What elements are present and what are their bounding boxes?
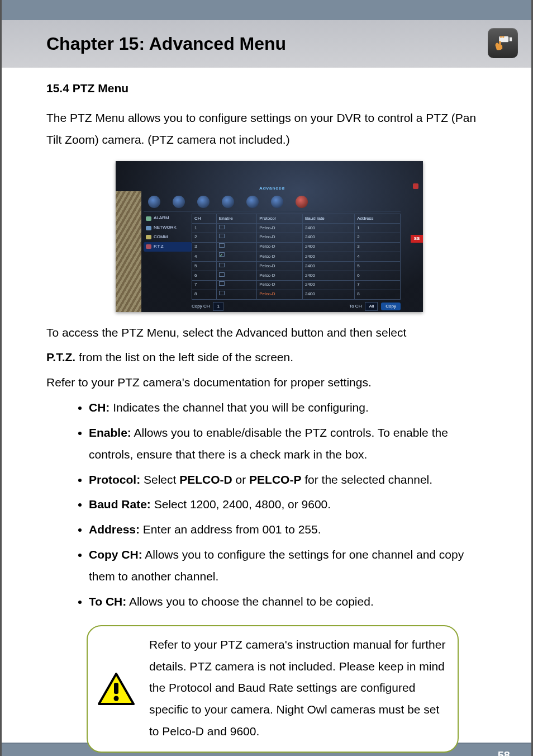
table-row: 8Pelco-D24008: [192, 290, 401, 299]
copy-ch-value: 1: [213, 302, 223, 311]
svg-point-2: [500, 36, 502, 37]
osd-toolbar-icon: [246, 196, 259, 208]
header-top-bar: [2, 0, 531, 20]
warning-note: Refer to your PTZ camera's instruction m…: [87, 625, 459, 753]
table-row: 5Pelco-D24005: [192, 262, 401, 271]
page-content: 15.4 PTZ Menu The PTZ Menu allows you to…: [2, 68, 531, 753]
table-row: 7Pelco-D24007: [192, 280, 401, 290]
svg-rect-1: [510, 37, 512, 41]
list-item: Enable: Allows you to enable/disable the…: [89, 422, 492, 466]
close-icon: [413, 183, 418, 189]
svg-point-6: [114, 696, 119, 701]
ptz-settings-table: CH Enable Protocol Baud rate Address 1Pe…: [192, 214, 401, 311]
osd-toolbar-icon: [197, 196, 210, 208]
osd-sidebar: ALARM NETWORK COMM P.T.Z: [144, 214, 192, 311]
settings-bullet-list: CH: Indicates the channel that you will …: [89, 397, 492, 613]
access-paragraph: To access the PTZ Menu, select the Advan…: [46, 322, 492, 344]
table-row: 1Pelco-D24001: [192, 224, 401, 233]
osd-toolbar-icon: [296, 196, 308, 208]
ptz-menu-screenshot: Advanced ALARM NETWORK: [116, 161, 423, 312]
chapter-header: Chapter 15: Advanced Menu: [2, 20, 531, 68]
note-text: Refer to your PTZ camera's instruction m…: [149, 638, 445, 738]
chapter-title: Chapter 15: Advanced Menu: [46, 34, 286, 54]
to-ch-label: To CH: [349, 303, 361, 311]
svg-rect-5: [114, 683, 118, 694]
osd-toolbar-icon: [173, 196, 185, 208]
copy-button: Copy: [381, 303, 401, 311]
osd-toolbar-icon: [148, 196, 160, 208]
page-number: 58: [498, 749, 510, 756]
table-row: 6Pelco-D24006: [192, 271, 401, 281]
copy-ch-label: Copy CH: [192, 303, 210, 311]
table-row: 4Pelco-D24004: [192, 252, 401, 262]
osd-toolbar: [144, 195, 401, 212]
osd-window-title: Advanced: [144, 185, 401, 193]
list-item: Protocol: Select PELCO-D or PELCO-P for …: [89, 469, 492, 491]
table-row: 3Pelco-D24003: [192, 242, 401, 252]
refer-paragraph: Refer to your PTZ camera's documentation…: [46, 372, 492, 394]
ptz-bold: P.T.Z.: [46, 351, 75, 363]
warning-icon: [98, 673, 135, 705]
intro-paragraph: The PTZ Menu allows you to configure set…: [46, 107, 492, 151]
osd-toolbar-icon: [271, 196, 283, 208]
list-item: Address: Enter an address from 001 to 25…: [89, 519, 492, 541]
section-title: 15.4 PTZ Menu: [46, 78, 492, 100]
screenshot-badge: SS: [411, 235, 423, 243]
sidebar-item-ptz: P.T.Z: [144, 242, 192, 252]
camera-hand-icon: [488, 28, 518, 58]
sidebar-item-network: NETWORK: [144, 223, 192, 233]
to-ch-value: All: [365, 302, 378, 311]
list-item: Copy CH: Allows you to configure the set…: [89, 544, 492, 588]
list-item: Baud Rate: Select 1200, 2400, 4800, or 9…: [89, 494, 492, 516]
osd-toolbar-icon: [222, 196, 234, 208]
sidebar-item-alarm: ALARM: [144, 214, 192, 223]
list-item: CH: Indicates the channel that you will …: [89, 397, 492, 419]
table-row: 2Pelco-D24002: [192, 233, 401, 242]
list-item: To CH: Allows you to choose the channel …: [89, 591, 492, 613]
svg-point-3: [502, 36, 504, 37]
sidebar-item-comm: COMM: [144, 233, 192, 242]
